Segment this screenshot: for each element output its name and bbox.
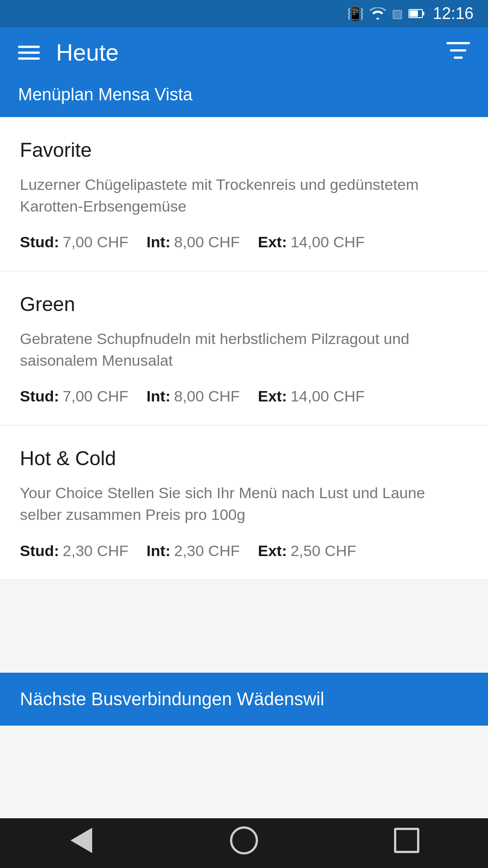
bus-footer-text: Nächste Busverbindungen Wädenswil <box>20 689 324 709</box>
price-stud-value-green: 7,00 CHF <box>63 387 129 405</box>
menu-item-green: Green Gebratene Schupfnudeln mit herbstl… <box>0 271 488 425</box>
menu-content: Favorite Luzerner Chügelipastete mit Tro… <box>0 117 488 673</box>
filter-button[interactable] <box>446 40 470 65</box>
svg-rect-3 <box>446 42 470 44</box>
menu-prices-favorite: Stud: 7,00 CHF Int: 8,00 CHF Ext: 14,00 … <box>20 233 468 251</box>
price-stud-label-hot-cold: Stud: <box>20 542 59 560</box>
price-stud-label-favorite: Stud: <box>20 233 59 251</box>
app-bar-title: Heute <box>56 39 430 66</box>
recents-icon <box>394 828 419 859</box>
app-bar: Heute <box>0 27 488 78</box>
menu-item-favorite: Favorite Luzerner Chügelipastete mit Tro… <box>0 117 488 271</box>
status-icons: 📳 ▨ <box>347 6 425 22</box>
bus-footer[interactable]: Nächste Busverbindungen Wädenswil <box>0 673 488 726</box>
menu-prices-green: Stud: 7,00 CHF Int: 8,00 CHF Ext: 14,00 … <box>20 387 468 405</box>
mensa-label-text: Menüplan Mensa Vista <box>18 85 192 104</box>
svg-rect-1 <box>422 12 424 15</box>
svg-rect-5 <box>454 57 463 59</box>
nav-back-button[interactable] <box>54 825 108 861</box>
hamburger-menu-button[interactable] <box>18 46 40 60</box>
menu-item-title-favorite: Favorite <box>20 139 468 161</box>
sim-icon: ▨ <box>392 7 403 21</box>
price-ext-label-hot-cold: Ext: <box>258 542 287 560</box>
price-int-label-green: Int: <box>146 387 170 405</box>
status-bar: 📳 ▨ 12:16 <box>0 0 488 27</box>
price-ext-hot-cold: Ext: 2,50 CHF <box>258 542 357 560</box>
price-ext-value-green: 14,00 CHF <box>291 387 365 405</box>
menu-item-desc-green: Gebratene Schupfnudeln mit herbstlichem … <box>20 328 468 371</box>
wifi-icon <box>369 7 386 20</box>
price-int-green: Int: 8,00 CHF <box>146 387 239 405</box>
price-stud-hot-cold: Stud: 2,30 CHF <box>20 542 128 560</box>
price-ext-label-favorite: Ext: <box>258 233 287 251</box>
price-ext-green: Ext: 14,00 CHF <box>258 387 365 405</box>
price-stud-value-hot-cold: 2,30 CHF <box>63 542 129 560</box>
price-stud-favorite: Stud: 7,00 CHF <box>20 233 128 251</box>
price-stud-value-favorite: 7,00 CHF <box>63 233 129 251</box>
vibrate-icon: 📳 <box>347 6 364 22</box>
home-icon <box>230 826 258 860</box>
mensa-label: Menüplan Mensa Vista <box>0 78 488 117</box>
price-int-hot-cold: Int: 2,30 CHF <box>146 542 239 560</box>
price-int-value-favorite: 8,00 CHF <box>174 233 240 251</box>
price-int-label-favorite: Int: <box>146 233 170 251</box>
menu-item-hot-cold: Hot & Cold Your Choice Stellen Sie sich … <box>0 425 488 580</box>
price-ext-value-hot-cold: 2,50 CHF <box>291 542 357 560</box>
menu-item-title-hot-cold: Hot & Cold <box>20 447 468 470</box>
menu-prices-hot-cold: Stud: 2,30 CHF Int: 2,30 CHF Ext: 2,50 C… <box>20 542 468 560</box>
menu-item-title-green: Green <box>20 293 468 316</box>
battery-icon <box>408 8 425 19</box>
price-ext-favorite: Ext: 14,00 CHF <box>258 233 365 251</box>
price-int-value-hot-cold: 2,30 CHF <box>174 542 240 560</box>
price-ext-label-green: Ext: <box>258 387 287 405</box>
price-int-value-green: 8,00 CHF <box>174 387 240 405</box>
price-ext-value-favorite: 14,00 CHF <box>291 233 365 251</box>
price-stud-label-green: Stud: <box>20 387 59 405</box>
price-int-label-hot-cold: Int: <box>146 542 170 560</box>
price-int-favorite: Int: 8,00 CHF <box>146 233 239 251</box>
price-stud-green: Stud: 7,00 CHF <box>20 387 128 405</box>
back-icon <box>70 828 92 859</box>
menu-item-desc-favorite: Luzerner Chügelipastete mit Trockenreis … <box>20 174 468 217</box>
content-spacer <box>0 726 488 818</box>
nav-home-button[interactable] <box>217 825 271 861</box>
nav-recents-button[interactable] <box>380 825 434 861</box>
time-display: 12:16 <box>433 4 474 23</box>
bottom-nav <box>0 818 488 868</box>
svg-rect-4 <box>450 49 466 52</box>
svg-rect-2 <box>410 10 418 17</box>
menu-item-desc-hot-cold: Your Choice Stellen Sie sich Ihr Menü na… <box>20 482 468 525</box>
